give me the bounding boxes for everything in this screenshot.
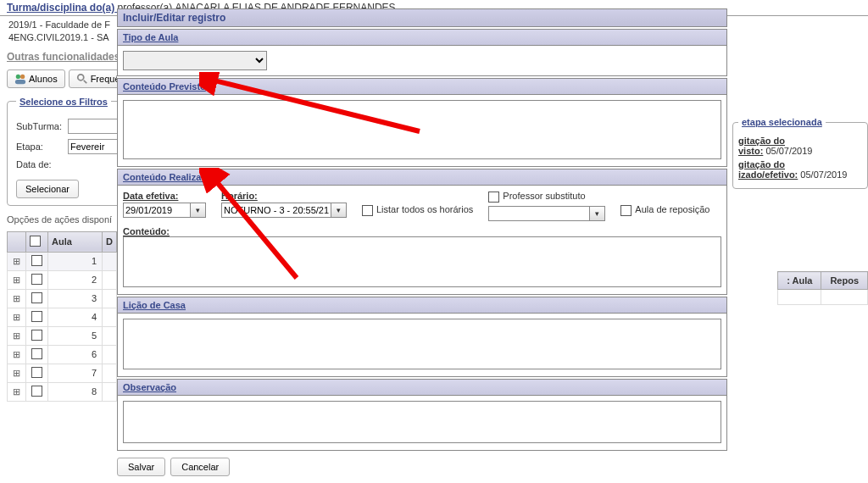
conteudo-textarea[interactable] — [123, 236, 721, 287]
salvar-button[interactable]: Salvar — [117, 458, 165, 476]
licao-casa-textarea[interactable] — [123, 319, 721, 369]
d-cell — [103, 308, 117, 326]
prof-substituto-input[interactable] — [488, 206, 590, 221]
table-row: ⊞ 8 — [8, 382, 117, 401]
data-efetiva-label: Data efetiva: — [123, 191, 206, 201]
listar-checkbox[interactable] — [362, 205, 373, 216]
right-line2-label: gitação do — [738, 159, 785, 169]
tipo-aula-select[interactable] — [123, 51, 267, 70]
conteudo-label: Conteúdo: — [123, 226, 170, 236]
d-cell — [103, 345, 117, 364]
alunos-label: Alunos — [29, 74, 58, 84]
expand-icon[interactable]: ⊞ — [8, 345, 26, 364]
expand-icon[interactable]: ⊞ — [8, 326, 26, 345]
subturma-label: SubTurma: — [16, 121, 63, 131]
svg-point-1 — [20, 75, 25, 79]
col-aula: Aula — [48, 231, 103, 252]
table-row: ⊞ 4 — [8, 308, 117, 326]
prof-substituto-checkbox[interactable] — [488, 192, 499, 203]
conteudo-previsto-textarea[interactable] — [123, 100, 721, 159]
header-label: Turma/disciplina do(a) — [7, 2, 114, 14]
expand-icon[interactable]: ⊞ — [8, 308, 26, 326]
d-cell — [103, 270, 117, 289]
aulas-table: Aula D ⊞ 1 ⊞ 2 ⊞ 3 ⊞ 4 ⊞ 5 ⊞ 6 ⊞ 7 ⊞ 8 — [7, 231, 117, 402]
row-checkbox[interactable] — [31, 255, 42, 266]
right-line1-end: visto: — [738, 146, 763, 156]
d-cell — [103, 252, 117, 270]
aula-cell: 1 — [48, 252, 103, 270]
conteudo-realizado-section: Conteúdo Realizado — [117, 169, 727, 186]
d-cell — [103, 364, 117, 382]
observacao-section: Observação — [117, 379, 727, 396]
expand-icon[interactable]: ⊞ — [8, 364, 26, 382]
aula-reposicao-label: Aula de reposição — [635, 204, 709, 214]
filters-legend: Selecione os Filtros — [16, 97, 111, 107]
licao-casa-section: Lição de Casa — [117, 297, 727, 314]
table-row: ⊞ 5 — [8, 326, 117, 345]
row-checkbox[interactable] — [31, 330, 42, 341]
svg-rect-2 — [15, 80, 25, 84]
prof-substituto-dropdown-button[interactable]: ▾ — [590, 206, 605, 221]
right-line2-end: izado/efetivo: — [738, 169, 798, 180]
d-cell — [103, 382, 117, 401]
checkbox-all[interactable] — [30, 236, 41, 247]
d-cell — [103, 326, 117, 345]
table-row: ⊞ 3 — [8, 289, 117, 308]
row-checkbox[interactable] — [31, 386, 42, 397]
row-checkbox[interactable] — [31, 348, 42, 359]
prof-substituto-label: Professor substituto — [503, 191, 585, 201]
right-line1-date: 05/07/2019 — [765, 146, 812, 156]
chevron-down-icon: ▾ — [595, 209, 599, 218]
row-checkbox[interactable] — [31, 367, 42, 378]
table-row: ⊞ 6 — [8, 345, 117, 364]
svg-point-0 — [16, 75, 20, 79]
col-expand — [8, 231, 26, 252]
row-checkbox[interactable] — [31, 311, 42, 322]
svg-point-3 — [77, 75, 83, 80]
right-legend: etapa selecionada — [738, 117, 826, 127]
right-col-repos: Repos — [821, 272, 868, 290]
datade-label: Data de: — [16, 159, 63, 169]
aula-cell: 8 — [48, 382, 103, 401]
alunos-button[interactable]: Alunos — [7, 69, 65, 88]
cancelar-button[interactable]: Cancelar — [170, 458, 230, 476]
table-row: ⊞ 2 — [8, 270, 117, 289]
horario-input[interactable] — [221, 203, 331, 218]
aula-cell: 2 — [48, 270, 103, 289]
row-checkbox[interactable] — [31, 274, 42, 285]
chevron-down-icon: ▾ — [337, 206, 341, 214]
chevron-down-icon: ▾ — [196, 206, 200, 214]
people-icon — [14, 73, 26, 85]
expand-icon[interactable]: ⊞ — [8, 382, 26, 401]
freq-label: Frequê — [91, 74, 120, 84]
horario-label: Horário: — [221, 191, 347, 201]
expand-icon[interactable]: ⊞ — [8, 252, 26, 270]
data-efetiva-dropdown-button[interactable]: ▾ — [191, 203, 206, 218]
right-line2-date: 05/07/2019 — [800, 169, 847, 180]
aula-cell: 4 — [48, 308, 103, 326]
right-line1-label: gitação do — [738, 136, 785, 146]
expand-icon[interactable]: ⊞ — [8, 270, 26, 289]
col-d: D — [103, 231, 117, 252]
right-col-aula: : Aula — [778, 272, 821, 290]
right-info: etapa selecionada gitação do visto: 05/0… — [732, 117, 868, 189]
d-cell — [103, 289, 117, 308]
col-checkbox-header — [26, 231, 48, 252]
aula-cell: 7 — [48, 364, 103, 382]
expand-icon[interactable]: ⊞ — [8, 289, 26, 308]
conteudo-previsto-section: Conteúdo Previsto — [117, 78, 727, 95]
data-efetiva-input[interactable] — [123, 203, 191, 218]
horario-dropdown-button[interactable]: ▾ — [331, 203, 347, 218]
right-table-peek: : Aula Repos — [777, 271, 868, 305]
observacao-textarea[interactable] — [123, 401, 721, 443]
aula-reposicao-checkbox[interactable] — [620, 205, 632, 216]
aula-cell: 6 — [48, 345, 103, 364]
search-icon — [76, 73, 88, 85]
row-checkbox[interactable] — [31, 292, 42, 303]
svg-line-4 — [83, 80, 86, 84]
listar-label: Listar todos os horários — [376, 204, 473, 214]
aula-cell: 5 — [48, 326, 103, 345]
tipo-aula-section: Tipo de Aula — [117, 29, 727, 46]
etapa-label: Etapa: — [16, 142, 63, 152]
selecionar-button[interactable]: Selecionar — [16, 180, 79, 198]
